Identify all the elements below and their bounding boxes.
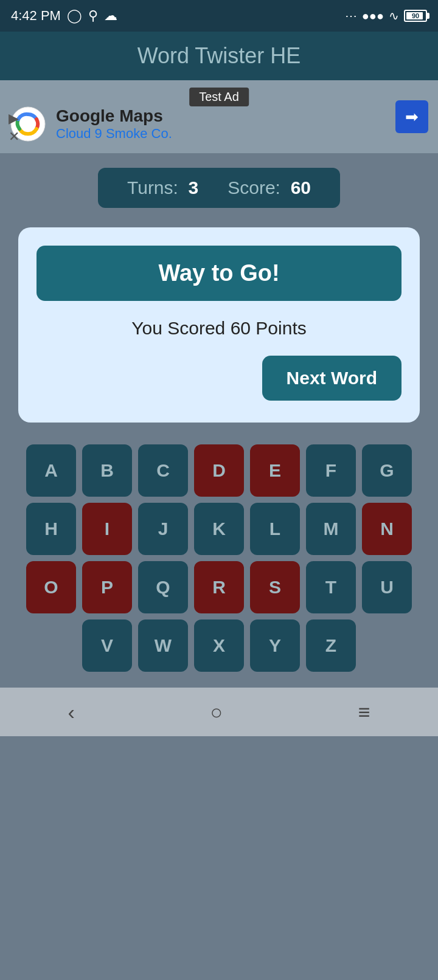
key-f[interactable]: F	[306, 444, 356, 497]
turns-value: 3	[189, 178, 199, 198]
key-o[interactable]: O	[26, 561, 76, 613]
key-y[interactable]: Y	[250, 619, 300, 672]
key-m[interactable]: M	[306, 503, 356, 555]
usb-icon: ⚲	[88, 8, 98, 24]
back-button[interactable]: ‹	[68, 700, 74, 724]
key-x[interactable]: X	[194, 619, 244, 672]
ad-text-block: Google Maps Cloud 9 Smoke Co.	[56, 106, 172, 142]
nav-bar: ‹ ○ ≡	[0, 688, 438, 736]
key-u[interactable]: U	[362, 561, 412, 613]
ad-subtitle: Cloud 9 Smoke Co.	[56, 126, 172, 142]
score-label: Score: 60	[228, 178, 311, 198]
key-g[interactable]: G	[362, 444, 412, 497]
ad-company: Google Maps	[56, 106, 172, 126]
key-r[interactable]: R	[194, 561, 244, 613]
scored-text: You Scored 60 Points	[131, 318, 306, 339]
key-p[interactable]: P	[82, 561, 132, 613]
key-e[interactable]: E	[250, 444, 300, 497]
status-left: 4:42 PM ◯ ⚲ ☁	[11, 8, 117, 24]
way-to-go-button[interactable]: Way to Go!	[36, 246, 401, 301]
status-right: ⋯ ●●● ∿ 90	[345, 9, 427, 23]
key-z[interactable]: Z	[306, 619, 356, 672]
key-s[interactable]: S	[250, 561, 300, 613]
key-q[interactable]: Q	[138, 561, 188, 613]
ad-right: ➡	[395, 100, 428, 133]
ad-close-icon[interactable]: ✕	[9, 129, 19, 145]
keyboard-row-2: HIJKLMN	[10, 503, 428, 555]
turns-label: Turns: 3	[127, 178, 198, 198]
key-v[interactable]: V	[82, 619, 132, 672]
key-h[interactable]: H	[26, 503, 76, 555]
key-b[interactable]: B	[82, 444, 132, 497]
cloud-icon: ☁	[104, 8, 117, 24]
keyboard-row-4: VWXYZ	[10, 619, 428, 672]
key-t[interactable]: T	[306, 561, 356, 613]
key-a[interactable]: A	[26, 444, 76, 497]
key-c[interactable]: C	[138, 444, 188, 497]
key-j[interactable]: J	[138, 503, 188, 555]
whatsapp-icon: ◯	[67, 8, 82, 24]
time-display: 4:42 PM	[11, 8, 61, 24]
app-header: Word Twister HE	[0, 32, 438, 80]
keyboard-row-3: OPQRSTU	[10, 561, 428, 613]
wifi-icon: ∿	[389, 9, 399, 23]
ad-banner: Test Ad Google Maps Cloud 9 Smoke Co. ➡ …	[0, 80, 438, 153]
score-bar: Turns: 3 Score: 60	[0, 153, 438, 218]
keyboard-row-1: ABCDEFG	[10, 444, 428, 497]
menu-button[interactable]: ≡	[358, 700, 370, 724]
status-bar: 4:42 PM ◯ ⚲ ☁ ⋯ ●●● ∿ 90	[0, 0, 438, 32]
key-d[interactable]: D	[194, 444, 244, 497]
key-k[interactable]: K	[194, 503, 244, 555]
ad-arrow-box[interactable]: ➡	[395, 100, 428, 133]
ad-play-icon[interactable]: ▶	[9, 111, 19, 126]
ad-content: Google Maps Cloud 9 Smoke Co.	[10, 106, 172, 142]
score-value: 60	[291, 178, 311, 198]
ad-controls: ▶ ✕	[9, 111, 19, 145]
key-i[interactable]: I	[82, 503, 132, 555]
key-n[interactable]: N	[362, 503, 412, 555]
keyboard-area: ABCDEFGHIJKLMNOPQRSTUVWXYZ	[0, 432, 438, 688]
ad-label: Test Ad	[189, 88, 249, 106]
battery-icon: 90	[404, 10, 427, 22]
next-word-button[interactable]: Next Word	[262, 356, 401, 401]
result-card: Way to Go! You Scored 60 Points Next Wor…	[18, 227, 420, 423]
result-card-container: Way to Go! You Scored 60 Points Next Wor…	[0, 218, 438, 432]
signal-icon: ●●●	[362, 9, 384, 23]
key-l[interactable]: L	[250, 503, 300, 555]
key-w[interactable]: W	[138, 619, 188, 672]
score-box: Turns: 3 Score: 60	[98, 168, 340, 208]
app-title: Word Twister HE	[137, 43, 301, 69]
vibrate-icon: ⋯	[345, 9, 357, 23]
home-button[interactable]: ○	[210, 700, 223, 724]
